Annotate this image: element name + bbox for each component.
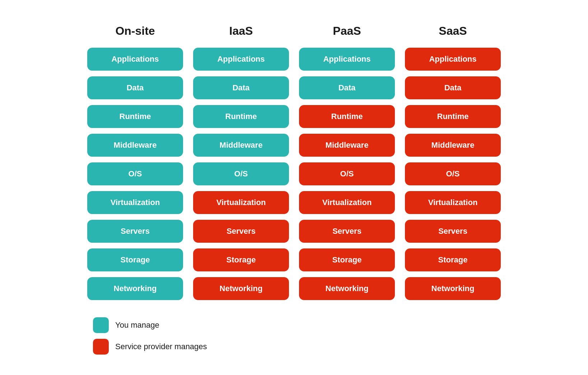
cell-col1-row0: Applications [188, 45, 294, 73]
cell-col1-row5: Virtualization [188, 188, 294, 217]
badge-paas-o-s: O/S [299, 162, 395, 185]
badge-on-site-runtime: Runtime [87, 105, 183, 128]
cell-col0-row7: Storage [82, 246, 188, 274]
badge-saas-applications: Applications [405, 48, 501, 71]
legend-label-0: You manage [115, 321, 159, 330]
cell-col3-row0: Applications [400, 45, 506, 73]
cell-col0-row3: Middleware [82, 131, 188, 160]
badge-paas-networking: Networking [299, 277, 395, 300]
cell-col3-row5: Virtualization [400, 188, 506, 217]
badge-saas-middleware: Middleware [405, 134, 501, 157]
cell-col2-row1: Data [294, 73, 400, 102]
legend-item-1: Service provider manages [93, 339, 506, 355]
badge-on-site-o-s: O/S [87, 162, 183, 185]
legend-box-teal [93, 317, 109, 333]
badge-on-site-virtualization: Virtualization [87, 191, 183, 214]
cell-col1-row4: O/S [188, 160, 294, 188]
main-container: On-siteIaaSPaaSSaaSApplicationsApplicati… [61, 6, 527, 369]
badge-iaas-data: Data [193, 76, 289, 99]
cell-col2-row8: Networking [294, 274, 400, 303]
badge-saas-virtualization: Virtualization [405, 191, 501, 214]
cell-col0-row5: Virtualization [82, 188, 188, 217]
column-header-saas: SaaS [400, 21, 506, 45]
badge-on-site-storage: Storage [87, 248, 183, 271]
badge-on-site-applications: Applications [87, 48, 183, 71]
badge-iaas-runtime: Runtime [193, 105, 289, 128]
cell-col3-row2: Runtime [400, 102, 506, 131]
badge-paas-data: Data [299, 76, 395, 99]
column-header-paas: PaaS [294, 21, 400, 45]
cell-col1-row8: Networking [188, 274, 294, 303]
cell-col3-row7: Storage [400, 246, 506, 274]
cell-col0-row8: Networking [82, 274, 188, 303]
badge-paas-runtime: Runtime [299, 105, 395, 128]
badge-on-site-data: Data [87, 76, 183, 99]
badge-paas-middleware: Middleware [299, 134, 395, 157]
badge-iaas-storage: Storage [193, 248, 289, 271]
badge-on-site-servers: Servers [87, 220, 183, 243]
legend: You manageService provider manages [82, 317, 506, 355]
badge-on-site-middleware: Middleware [87, 134, 183, 157]
cell-col2-row3: Middleware [294, 131, 400, 160]
badge-saas-data: Data [405, 76, 501, 99]
badge-saas-o-s: O/S [405, 162, 501, 185]
badge-iaas-o-s: O/S [193, 162, 289, 185]
cell-col1-row7: Storage [188, 246, 294, 274]
badge-saas-servers: Servers [405, 220, 501, 243]
badge-iaas-servers: Servers [193, 220, 289, 243]
badge-iaas-networking: Networking [193, 277, 289, 300]
badge-saas-storage: Storage [405, 248, 501, 271]
cell-col1-row2: Runtime [188, 102, 294, 131]
cell-col2-row6: Servers [294, 217, 400, 246]
cell-col2-row7: Storage [294, 246, 400, 274]
cell-col3-row4: O/S [400, 160, 506, 188]
cell-col2-row2: Runtime [294, 102, 400, 131]
cell-col3-row3: Middleware [400, 131, 506, 160]
cell-col0-row6: Servers [82, 217, 188, 246]
badge-paas-storage: Storage [299, 248, 395, 271]
cell-col2-row5: Virtualization [294, 188, 400, 217]
cell-col1-row6: Servers [188, 217, 294, 246]
badge-paas-virtualization: Virtualization [299, 191, 395, 214]
column-header-iaas: IaaS [188, 21, 294, 45]
column-header-on-site: On-site [82, 21, 188, 45]
badge-iaas-applications: Applications [193, 48, 289, 71]
cell-col0-row1: Data [82, 73, 188, 102]
comparison-grid: On-siteIaaSPaaSSaaSApplicationsApplicati… [82, 21, 506, 303]
legend-item-0: You manage [93, 317, 506, 333]
cell-col2-row4: O/S [294, 160, 400, 188]
legend-label-1: Service provider manages [115, 342, 207, 351]
badge-saas-networking: Networking [405, 277, 501, 300]
cell-col2-row0: Applications [294, 45, 400, 73]
badge-on-site-networking: Networking [87, 277, 183, 300]
cell-col1-row3: Middleware [188, 131, 294, 160]
cell-col1-row1: Data [188, 73, 294, 102]
badge-iaas-virtualization: Virtualization [193, 191, 289, 214]
cell-col3-row8: Networking [400, 274, 506, 303]
cell-col3-row6: Servers [400, 217, 506, 246]
legend-box-red [93, 339, 109, 355]
badge-iaas-middleware: Middleware [193, 134, 289, 157]
badge-paas-servers: Servers [299, 220, 395, 243]
badge-saas-runtime: Runtime [405, 105, 501, 128]
cell-col0-row4: O/S [82, 160, 188, 188]
cell-col0-row2: Runtime [82, 102, 188, 131]
cell-col0-row0: Applications [82, 45, 188, 73]
badge-paas-applications: Applications [299, 48, 395, 71]
cell-col3-row1: Data [400, 73, 506, 102]
